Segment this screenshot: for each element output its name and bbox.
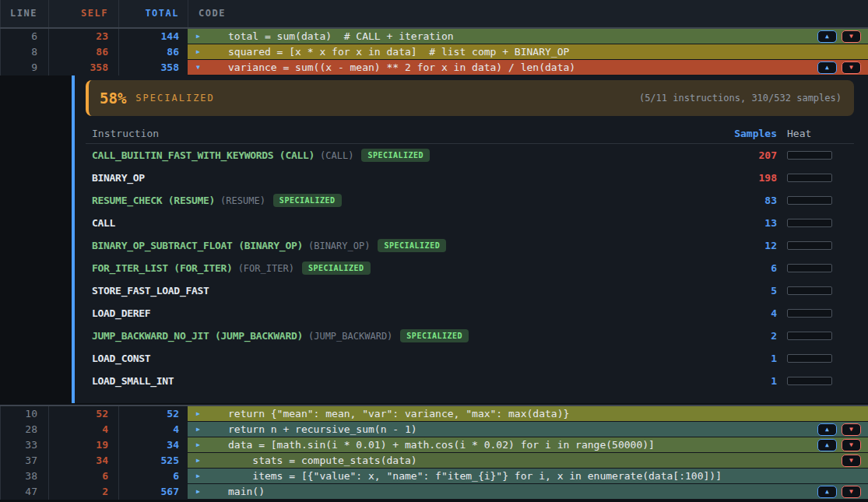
expand-arrow-icon[interactable]: ▶ <box>196 441 204 448</box>
sample-count: 1 <box>722 375 777 387</box>
total-samples: 525 <box>118 453 188 469</box>
expand-arrow-icon[interactable]: ▶ <box>196 488 204 495</box>
instruction-row: STORE_FAST_LOAD_FAST 5 <box>86 279 854 302</box>
jump-to-caller-button[interactable]: ▲ <box>817 486 837 498</box>
line-row: 38 6 6 ▶ items = [{"value": x, "name": f… <box>0 469 868 484</box>
heat-bar <box>787 354 832 363</box>
specialization-summary: (5/11 instructions, 310/532 samples) <box>639 93 842 104</box>
specialized-label: SPECIALIZED <box>135 93 214 104</box>
code-cell[interactable]: ▶ data = [math.sin(i * 0.01) + math.cos(… <box>188 437 868 453</box>
code-cell[interactable]: ▶ main() ▲ ▼ <box>188 484 868 500</box>
expand-arrow-icon[interactable]: ▶ <box>196 457 204 464</box>
specialization-banner: 58% SPECIALIZED (5/11 instructions, 310/… <box>86 80 854 116</box>
instruction-name: LOAD_CONST <box>92 353 150 364</box>
total-samples: 144 <box>118 29 188 44</box>
sample-count: 6 <box>722 262 777 274</box>
sample-count: 2 <box>722 330 777 342</box>
instruction-name: RESUME_CHECK (RESUME) <box>92 195 215 206</box>
jump-to-caller-button[interactable]: ▲ <box>817 423 837 436</box>
line-row: 37 34 525 ▶ stats = compute_stats(data) … <box>0 453 868 469</box>
source-code: data = [math.sin(i * 0.01) + math.cos(i … <box>228 437 655 452</box>
expand-arrow-icon[interactable]: ▶ <box>196 48 204 55</box>
instruction-row: CALL_BUILTIN_FAST_WITH_KEYWORDS (CALL) (… <box>86 144 854 167</box>
line-number: 47 <box>0 484 48 500</box>
source-code: return {"mean": mean, "var": variance, "… <box>228 406 569 421</box>
jump-to-caller-button[interactable]: ▲ <box>817 61 837 74</box>
instruction-name: LOAD_SMALL_INT <box>92 375 174 387</box>
expand-arrow-icon[interactable]: ▶ <box>196 410 204 417</box>
self-column-header: SELF <box>48 0 118 27</box>
instruction-name: STORE_FAST_LOAD_FAST <box>92 285 209 297</box>
self-samples: 358 <box>48 60 118 75</box>
jump-to-callee-button[interactable]: ▼ <box>842 486 861 498</box>
instruction-name: BINARY_OP <box>92 172 145 184</box>
instruction-row: JUMP_BACKWARD_NO_JIT (JUMP_BACKWARD) (JU… <box>86 325 854 347</box>
heat-bar <box>787 264 832 272</box>
instruction-base-name: (BINARY_OP) <box>308 240 370 251</box>
line-number: 37 <box>0 453 48 469</box>
sample-count: 1 <box>722 353 777 364</box>
source-code: return n + recursive_sum(n - 1) <box>228 422 417 437</box>
line-row-expanded: 9 358 358 ▼ variance = sum((x - mean) **… <box>0 60 868 75</box>
jump-to-callee-button[interactable]: ▼ <box>842 30 861 43</box>
samples-column-header: Samples <box>722 128 777 139</box>
code-cell[interactable]: ▼ variance = sum((x - mean) ** 2 for x i… <box>188 60 868 75</box>
line-number: 33 <box>0 437 48 453</box>
sample-count: 198 <box>722 172 777 184</box>
code-cell[interactable]: ▶ return n + recursive_sum(n - 1) ▲ ▼ <box>188 422 868 437</box>
line-number: 6 <box>0 29 48 44</box>
profiler-table-bottom: 10 52 52 ▶ return {"mean": mean, "var": … <box>0 405 868 500</box>
specialized-badge: SPECIALIZED <box>400 329 469 342</box>
sample-count: 83 <box>722 195 777 206</box>
collapse-arrow-icon[interactable]: ▼ <box>196 64 204 71</box>
sample-count: 5 <box>722 285 777 297</box>
instruction-name: JUMP_BACKWARD_NO_JIT (JUMP_BACKWARD) <box>92 330 303 342</box>
code-cell[interactable]: ▶ return {"mean": mean, "var": variance,… <box>188 406 868 422</box>
source-code: squared = [x * x for x in data] # list c… <box>228 44 569 59</box>
instruction-row: LOAD_SMALL_INT 1 <box>86 370 854 392</box>
instruction-table-header: Instruction Samples Heat <box>86 124 854 144</box>
jump-to-caller-button[interactable]: ▲ <box>817 30 837 43</box>
expand-arrow-icon[interactable]: ▶ <box>196 472 204 479</box>
instruction-base-name: (CALL) <box>320 150 353 161</box>
source-code: main() <box>228 484 265 499</box>
code-cell[interactable]: ▶ stats = compute_stats(data) ▼ <box>188 453 868 469</box>
expand-arrow-icon[interactable]: ▶ <box>196 33 204 40</box>
line-row: 6 23 144 ▶ total = sum(data) # CALL + it… <box>0 29 868 44</box>
heat-bar <box>787 286 832 295</box>
total-column-header: TOTAL <box>118 0 188 27</box>
heat-bar <box>787 332 832 340</box>
panel-gutter <box>0 75 72 403</box>
self-samples: 34 <box>48 453 118 469</box>
self-samples: 19 <box>48 437 118 453</box>
jump-to-callee-button[interactable]: ▼ <box>842 423 861 436</box>
code-cell[interactable]: ▶ squared = [x * x for x in data] # list… <box>188 44 868 60</box>
self-samples: 52 <box>48 406 118 422</box>
jump-to-callee-button[interactable]: ▼ <box>842 61 861 74</box>
line-row: 47 2 567 ▶ main() ▲ ▼ <box>0 484 868 500</box>
specialized-percent: 58% <box>100 90 126 107</box>
source-code: total = sum(data) # CALL + iteration <box>228 29 454 44</box>
heat-column-header: Heat <box>787 128 832 139</box>
code-cell[interactable]: ▶ items = [{"value": x, "name": f"item_{… <box>188 469 868 484</box>
jump-to-callee-button[interactable]: ▼ <box>842 455 861 467</box>
expand-arrow-icon[interactable]: ▶ <box>196 426 204 433</box>
total-samples: 6 <box>118 469 188 484</box>
instruction-row: BINARY_OP_SUBTRACT_FLOAT (BINARY_OP) (BI… <box>86 234 854 257</box>
specialized-badge: SPECIALIZED <box>361 149 430 162</box>
profiler-table-header: LINE SELF TOTAL CODE <box>0 0 868 29</box>
jump-to-callee-button[interactable]: ▼ <box>842 439 861 451</box>
line-number: 8 <box>0 44 48 60</box>
total-samples: 567 <box>118 484 188 500</box>
jump-to-caller-button[interactable]: ▲ <box>817 439 837 451</box>
source-code: variance = sum((x - mean) ** 2 for x in … <box>228 60 575 75</box>
line-number: 38 <box>0 469 48 484</box>
sample-count: 13 <box>722 217 777 229</box>
line-number: 9 <box>0 60 48 75</box>
line-number: 28 <box>0 422 48 437</box>
sample-count: 207 <box>722 149 777 161</box>
line-number: 10 <box>0 406 48 422</box>
total-samples: 34 <box>118 437 188 453</box>
total-samples: 358 <box>118 60 188 75</box>
code-cell[interactable]: ▶ total = sum(data) # CALL + iteration ▲… <box>188 29 868 44</box>
